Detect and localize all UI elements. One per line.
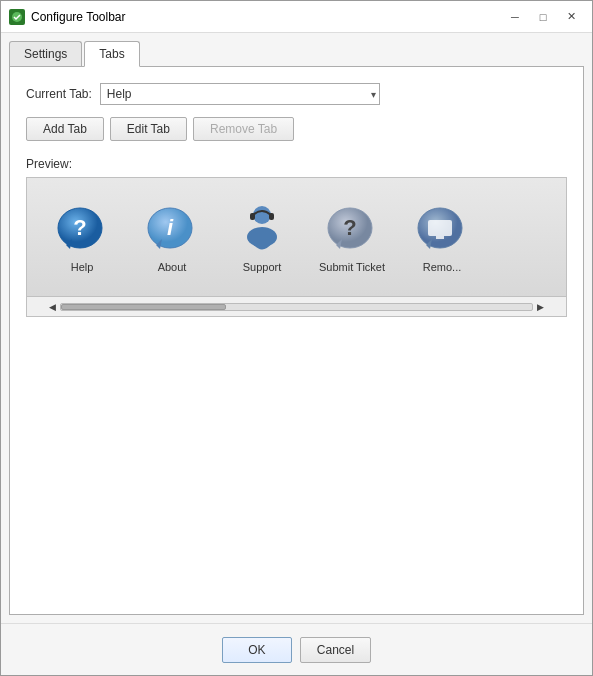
current-tab-label: Current Tab:: [26, 87, 92, 101]
remote-icon: [412, 201, 472, 261]
bottom-bar: OK Cancel: [1, 623, 592, 675]
svg-point-7: [253, 206, 271, 224]
preview-icons: ? Help: [27, 193, 507, 281]
preview-item-help[interactable]: ? Help: [37, 201, 127, 273]
help-icon: ?: [52, 201, 112, 261]
scroll-right-button[interactable]: ▶: [533, 302, 548, 312]
current-tab-row: Current Tab: Help About Support Submit T…: [26, 83, 567, 105]
cancel-button[interactable]: Cancel: [300, 637, 371, 663]
scroll-left-button[interactable]: ◀: [45, 302, 60, 312]
about-label: About: [158, 261, 187, 273]
window-title: Configure Toolbar: [31, 10, 502, 24]
preview-item-support[interactable]: Support: [217, 201, 307, 273]
preview-label: Preview:: [26, 157, 567, 171]
tab-tabs[interactable]: Tabs: [84, 41, 139, 67]
scrollbar-area: ◀ ▶: [26, 297, 567, 317]
action-buttons-row: Add Tab Edit Tab Remove Tab: [26, 117, 567, 141]
preview-item-submit-ticket[interactable]: ? Submit Ticket: [307, 201, 397, 273]
svg-rect-16: [428, 220, 452, 236]
edit-tab-button[interactable]: Edit Tab: [110, 117, 187, 141]
title-bar: Configure Toolbar ─ □ ✕: [1, 1, 592, 33]
current-tab-select-wrapper: Help About Support Submit Ticket Remote …: [100, 83, 380, 105]
remove-tab-button[interactable]: Remove Tab: [193, 117, 294, 141]
remote-label: Remo...: [423, 261, 462, 273]
preview-area: ? Help: [26, 177, 567, 297]
svg-rect-9: [250, 213, 255, 220]
preview-item-remote[interactable]: Remo...: [397, 201, 487, 273]
tab-bar: Settings Tabs: [9, 41, 584, 67]
svg-rect-10: [269, 213, 274, 220]
svg-text:?: ?: [73, 215, 86, 240]
svg-text:?: ?: [343, 215, 356, 240]
ok-button[interactable]: OK: [222, 637, 292, 663]
tab-content: Current Tab: Help About Support Submit T…: [9, 67, 584, 615]
add-tab-button[interactable]: Add Tab: [26, 117, 104, 141]
svg-text:i: i: [167, 215, 174, 240]
window-content: Settings Tabs Current Tab: Help About Su…: [1, 33, 592, 623]
submit-ticket-icon: ?: [322, 201, 382, 261]
window-controls: ─ □ ✕: [502, 7, 584, 27]
minimize-button[interactable]: ─: [502, 7, 528, 27]
support-label: Support: [243, 261, 282, 273]
app-icon: [9, 9, 25, 25]
about-icon: i: [142, 201, 202, 261]
current-tab-select[interactable]: Help About Support Submit Ticket Remote: [100, 83, 380, 105]
maximize-button[interactable]: □: [530, 7, 556, 27]
configure-toolbar-window: Configure Toolbar ─ □ ✕ Settings Tabs Cu…: [0, 0, 593, 676]
tab-settings[interactable]: Settings: [9, 41, 82, 66]
help-label: Help: [71, 261, 94, 273]
close-button[interactable]: ✕: [558, 7, 584, 27]
support-icon: [232, 201, 292, 261]
svg-rect-17: [436, 236, 444, 239]
preview-item-about[interactable]: i About: [127, 201, 217, 273]
submit-ticket-label: Submit Ticket: [319, 261, 385, 273]
preview-clip: ? Help: [27, 193, 507, 281]
scrollbar-thumb[interactable]: [61, 304, 226, 310]
scrollbar-track[interactable]: [60, 303, 533, 311]
